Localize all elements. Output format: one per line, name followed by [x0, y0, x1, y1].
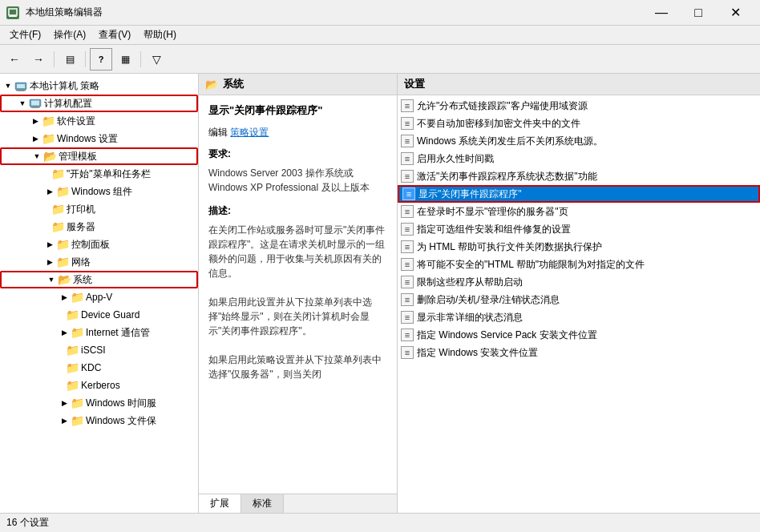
tree-windows-time[interactable]: ▶ 📁 Windows 时间服 [0, 394, 198, 412]
middle-content: 显示"关闭事件跟踪程序" 编辑 策略设置 要求: Windows Server … [199, 95, 397, 494]
close-button[interactable]: ✕ [717, 0, 754, 26]
tree-dg-expand[interactable] [58, 308, 66, 321]
tree-server-expand[interactable] [43, 220, 51, 233]
svg-rect-9 [30, 107, 40, 108]
tree-sys-expand[interactable]: ▼ [45, 273, 58, 286]
settings-item[interactable]: ≡不要自动加密移到加密文件夹中的文件 [398, 115, 760, 132]
svg-rect-6 [18, 91, 24, 91]
tree-kerb-expand[interactable] [58, 379, 66, 392]
right-header: 设置 [398, 74, 760, 95]
tree-dg-label: Device Guard [81, 309, 139, 320]
menu-bar: 文件(F) 操作(A) 查看(V) 帮助(H) [0, 26, 760, 45]
tree-appv[interactable]: ▶ 📁 App-V [0, 288, 198, 306]
tree-kdc[interactable]: 📁 KDC [0, 359, 198, 377]
toolbar-separator-2 [85, 51, 86, 67]
settings-item[interactable]: ≡删除启动/关机/登录/注销状态消息 [398, 291, 760, 308]
tree-network[interactable]: ▶ 📁 网络 [0, 253, 198, 271]
forward-button[interactable]: → [27, 48, 50, 71]
tree-net-label: 网络 [71, 256, 91, 269]
tree-iscsi-expand[interactable] [58, 344, 66, 357]
tree-wt-expand[interactable]: ▶ [58, 397, 71, 409]
settings-item[interactable]: ≡指定可选组件安装和组件修复的设置 [398, 220, 760, 238]
settings-item[interactable]: ≡限制这些程序从帮助启动 [398, 273, 760, 291]
tree-cp-expand[interactable]: ▶ [43, 238, 56, 251]
tree-server[interactable]: 📁 服务器 [0, 218, 198, 236]
svg-rect-4 [17, 84, 25, 88]
back-button[interactable]: ← [3, 48, 26, 71]
tree-server-icon: 📁 [51, 220, 64, 233]
settings-item[interactable]: ≡显示非常详细的状态消息 [398, 308, 760, 326]
tree-kerb-icon: 📁 [66, 379, 79, 392]
tree-iscsi[interactable]: 📁 iSCSI [0, 341, 198, 359]
tree-cp-icon: 📁 [56, 238, 69, 251]
tree-printer-icon: 📁 [51, 203, 64, 216]
window-controls: — □ ✕ [643, 0, 754, 26]
tree-system[interactable]: ▼ 📂 系统 [0, 271, 198, 288]
show-hide-button[interactable]: ▤ [59, 48, 81, 71]
tree-device-guard[interactable]: 📁 Device Guard [0, 306, 198, 324]
policy-link[interactable]: 策略设置 [230, 127, 269, 138]
tree-admin-templates[interactable]: ▼ 📂 管理模板 [0, 147, 198, 165]
tree-net-expand[interactable]: ▶ [43, 256, 56, 268]
tree-internet-comm[interactable]: ▶ 📁 Internet 通信管 [0, 324, 198, 341]
svg-rect-10 [32, 108, 38, 109]
title-bar-left: 本地组策略编辑器 [6, 6, 103, 19]
settings-item-icon: ≡ [401, 205, 414, 218]
menu-action[interactable]: 操作(A) [47, 26, 92, 43]
maximize-button[interactable]: □ [680, 0, 717, 26]
tree-kerberos[interactable]: 📁 Kerberos [0, 377, 198, 394]
tree-printer[interactable]: 📁 打印机 [0, 200, 198, 218]
tree-wf-icon: 📁 [71, 414, 83, 427]
middle-folder-icon: 📂 [205, 79, 218, 91]
menu-help[interactable]: 帮助(H) [137, 26, 183, 43]
tree-wc-expand[interactable]: ▶ [43, 185, 56, 198]
tree-appv-expand[interactable]: ▶ [58, 291, 71, 304]
settings-item[interactable]: ≡为 HTML 帮助可执行文件关闭数据执行保护 [398, 238, 760, 256]
settings-item[interactable]: ≡允许"分布式链接跟踪"客户端使用域资源 [398, 97, 760, 115]
tree-computer-config[interactable]: ▼ 计算机配置 [0, 95, 198, 112]
tree-printer-label: 打印机 [67, 203, 95, 216]
tree-software-expand[interactable]: ▶ [29, 115, 42, 127]
minimize-button[interactable]: — [643, 0, 680, 26]
settings-item[interactable]: ≡启用永久性时间戳 [398, 150, 760, 167]
tree-root[interactable]: ▼ 本地计算机 策略 [0, 77, 198, 95]
menu-file[interactable]: 文件(F) [3, 26, 47, 43]
tree-start-label: "开始"菜单和任务栏 [67, 167, 151, 181]
settings-item[interactable]: ≡Windows 系统关闭发生后不关闭系统电源。 [398, 132, 760, 150]
tree-software-settings[interactable]: ▶ 📁 软件设置 [0, 112, 198, 130]
tree-admin-expand[interactable]: ▼ [30, 150, 43, 163]
tree-ic-icon: 📁 [71, 326, 83, 339]
tree-start-menu[interactable]: 📁 "开始"菜单和任务栏 [0, 165, 198, 183]
tree-windows-settings[interactable]: ▶ 📁 Windows 设置 [0, 130, 198, 147]
settings-item[interactable]: ≡指定 Windows 安装文件位置 [398, 344, 760, 361]
export-button[interactable]: ▦ [114, 48, 136, 71]
settings-item[interactable]: ≡将可能不安全的"HTML 帮助"功能限制为对指定的文件 [398, 256, 760, 273]
tree-root-expand[interactable]: ▼ [2, 79, 14, 92]
tree-server-label: 服务器 [67, 220, 95, 234]
tree-start-expand[interactable] [43, 167, 51, 180]
tree-wf-expand[interactable]: ▶ [58, 414, 71, 427]
tree-windows-file[interactable]: ▶ 📁 Windows 文件保 [0, 412, 198, 429]
middle-panel: 📂 系统 显示"关闭事件跟踪程序" 编辑 策略设置 要求: Windows Se… [199, 74, 398, 513]
tree-computer-expand[interactable]: ▼ [16, 97, 29, 110]
tree-control-panel[interactable]: ▶ 📁 控制面板 [0, 236, 198, 253]
settings-item-icon: ≡ [401, 99, 414, 112]
settings-item[interactable]: ≡指定 Windows Service Pack 安装文件位置 [398, 326, 760, 344]
tree-iscsi-icon: 📁 [66, 344, 79, 357]
tree-windows-expand[interactable]: ▶ [29, 132, 42, 145]
help-button[interactable]: ? [90, 48, 112, 71]
settings-item[interactable]: ≡激活"关闭事件跟踪程序系统状态数据"功能 [398, 167, 760, 185]
tab-expand[interactable]: 扩展 [199, 494, 241, 513]
tree-kdc-expand[interactable] [58, 361, 66, 374]
tree-printer-expand[interactable] [43, 203, 51, 216]
tree-ic-expand[interactable]: ▶ [58, 326, 71, 339]
settings-item-label: 显示"关闭事件跟踪程序" [418, 187, 522, 201]
settings-item[interactable]: ≡在登录时不显示"管理你的服务器"页 [398, 203, 760, 220]
settings-item[interactable]: ≡显示"关闭事件跟踪程序" [398, 185, 760, 203]
menu-view[interactable]: 查看(V) [92, 26, 137, 43]
middle-header-text: 系统 [223, 77, 244, 91]
tree-windows-components[interactable]: ▶ 📁 Windows 组件 [0, 183, 198, 200]
edit-policy: 编辑 策略设置 [208, 126, 387, 139]
tab-standard[interactable]: 标准 [241, 494, 284, 513]
filter-button[interactable]: ▽ [145, 48, 168, 71]
